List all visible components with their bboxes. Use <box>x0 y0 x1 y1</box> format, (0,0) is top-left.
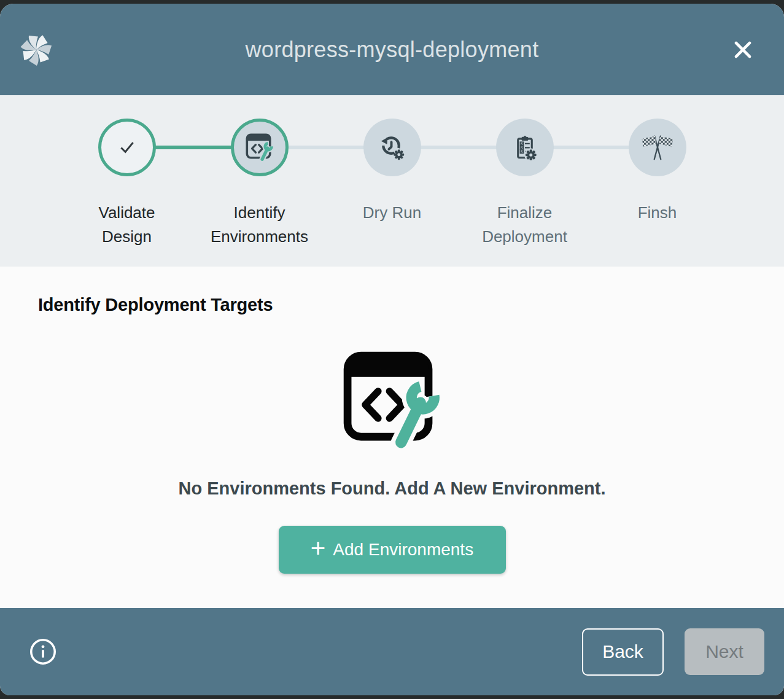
deployment-wizard-modal: wordpress-mysql-deployment Validate Desi… <box>0 4 784 695</box>
step-dry-run: Dry Run <box>326 119 459 267</box>
info-icon <box>29 638 57 666</box>
add-environments-label: Add Environments <box>333 540 473 560</box>
step-finish: Finsh <box>591 119 724 267</box>
step-label: Identify Environments <box>207 201 312 249</box>
step-label: Dry Run <box>363 201 421 225</box>
step-finalize-deployment: Finalize Deployment <box>459 119 591 267</box>
dialog-title: wordpress-mysql-deployment <box>0 37 784 63</box>
dry-run-icon <box>378 133 406 162</box>
step-label: Finsh <box>638 201 677 225</box>
close-icon <box>731 38 755 61</box>
back-button[interactable]: Back <box>582 628 664 676</box>
modal-footer: Back Next <box>0 608 784 695</box>
step-identify-environments: Identify Environments <box>193 119 326 267</box>
step-validate-design: Validate Design <box>61 119 193 267</box>
add-environments-button[interactable]: + Add Environments <box>279 526 506 574</box>
deployment-stepper: Validate Design Identify Environments Dr… <box>0 95 784 267</box>
step-label: Finalize Deployment <box>472 201 578 249</box>
racing-flags-icon <box>640 133 675 162</box>
empty-state-message: No Environments Found. Add A New Environ… <box>0 478 784 499</box>
close-button[interactable] <box>728 35 758 64</box>
modal-header: wordpress-mysql-deployment <box>0 4 784 95</box>
step-circle-active <box>231 119 289 176</box>
step-circle-pending <box>629 119 686 176</box>
step-circle-pending <box>363 119 421 176</box>
empty-state-code-wrench-icon <box>341 351 444 450</box>
info-button[interactable] <box>28 637 58 666</box>
page-title: Identify Deployment Targets <box>0 267 784 315</box>
next-button[interactable]: Next <box>685 628 764 675</box>
check-icon <box>114 135 140 160</box>
step-circle-pending <box>496 119 554 176</box>
step-label: Validate Design <box>74 201 180 249</box>
wizard-content: Identify Deployment Targets No Environme… <box>0 267 784 608</box>
step-circle-completed <box>98 119 156 176</box>
clipboard-gear-icon <box>510 133 539 162</box>
meshery-logo-icon <box>18 32 54 68</box>
code-wrench-icon <box>246 133 274 162</box>
